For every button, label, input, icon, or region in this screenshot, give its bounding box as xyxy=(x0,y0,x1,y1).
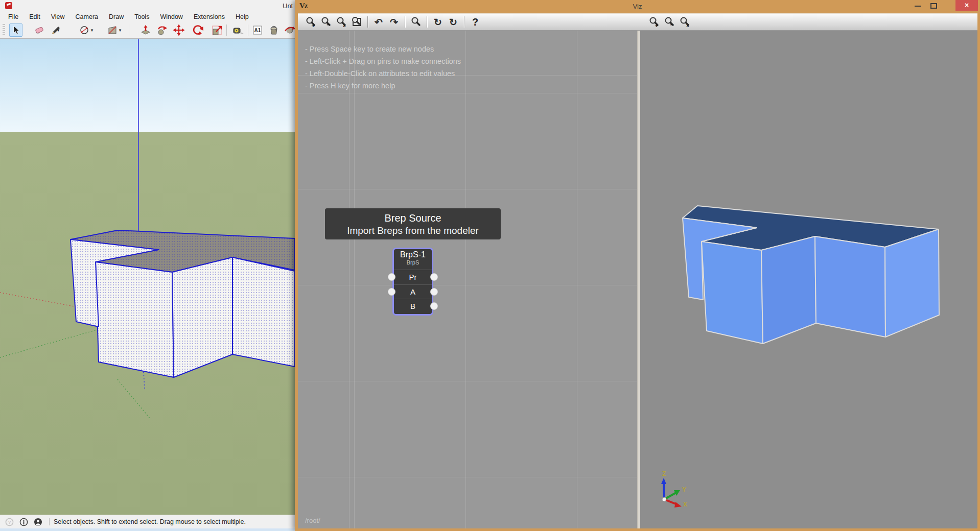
select-cursor-icon xyxy=(11,25,21,35)
arc-tool-dropdown[interactable]: ▾ xyxy=(89,28,95,33)
menu-view[interactable]: View xyxy=(51,13,65,20)
viz-toolbar: + − × xyxy=(298,13,977,31)
follow-me-tool-button[interactable] xyxy=(155,23,169,37)
output-pin-a[interactable] xyxy=(430,288,438,296)
sketchup-logo-icon xyxy=(5,2,12,9)
green-axis-dotted-2 xyxy=(118,379,150,418)
brep-solid[interactable] xyxy=(683,206,939,344)
menu-draw[interactable]: Draw xyxy=(109,13,124,20)
zoom-in-button[interactable]: + xyxy=(303,15,318,29)
toolbar-separator xyxy=(367,16,368,28)
zoom-out-button[interactable]: − xyxy=(318,15,334,29)
help-line: - Press Space key to create new nodes xyxy=(305,43,461,55)
eraser-tool-button[interactable] xyxy=(33,23,46,37)
tape-measure-tool-button[interactable] xyxy=(231,23,245,37)
text-tool-button[interactable]: A1 xyxy=(251,23,264,37)
sync-push-button[interactable]: ↻ xyxy=(446,15,461,29)
output-pin-pr[interactable] xyxy=(430,273,438,281)
editor-help-text: - Press Space key to create new nodes - … xyxy=(305,43,461,92)
viewport-zoom-out-button[interactable]: − xyxy=(662,15,677,29)
toolbar-separator xyxy=(405,16,405,28)
viz-3d-scene xyxy=(640,31,977,528)
rotate-tool-button[interactable] xyxy=(192,23,205,37)
selected-solid[interactable] xyxy=(71,230,295,377)
solid-front-face-middle-left[interactable] xyxy=(96,262,174,377)
zoom-reset-button[interactable]: × xyxy=(334,15,349,29)
viz-window: Vz Viz × + − xyxy=(295,0,980,531)
find-button[interactable] xyxy=(408,15,424,29)
sync-pull-button[interactable]: ↻ xyxy=(430,15,446,29)
menu-window[interactable]: Window xyxy=(160,13,182,20)
zoom-out-icon: − xyxy=(320,16,332,28)
attribute-label: B xyxy=(410,302,415,310)
help-line: - Press H key for more help xyxy=(305,80,461,92)
node-type: BrpS xyxy=(394,259,432,266)
svg-text:+: + xyxy=(655,22,658,28)
red-axis-dotted xyxy=(0,293,77,307)
help-button[interactable]: ? xyxy=(468,15,483,29)
user-circle-icon[interactable] xyxy=(34,518,42,526)
menu-edit[interactable]: Edit xyxy=(29,13,40,20)
attribute-label: A xyxy=(410,287,415,296)
zoom-x-icon: × xyxy=(335,16,347,28)
minimize-button[interactable] xyxy=(915,6,921,7)
viz-window-title: Viz xyxy=(295,3,980,10)
select-tool-button[interactable] xyxy=(9,23,22,37)
viewport-zoom-in-button[interactable]: + xyxy=(646,15,662,29)
output-pin-b[interactable] xyxy=(430,302,438,310)
menu-tools[interactable]: Tools xyxy=(134,13,149,20)
menu-extensions[interactable]: Extensions xyxy=(194,13,225,20)
paint-bucket-icon xyxy=(268,24,280,36)
redo-button[interactable]: ↷ xyxy=(386,15,402,29)
toolbar-separator xyxy=(129,25,129,36)
zoom-in-icon: + xyxy=(305,16,317,28)
zoom-selected-button[interactable] xyxy=(349,15,364,29)
status-hint-text: Select objects. Shift to extend select. … xyxy=(54,518,246,525)
eraser-icon xyxy=(34,25,45,36)
node-editor-canvas[interactable]: - Press Space key to create new nodes - … xyxy=(298,31,637,528)
input-pin-pr[interactable] xyxy=(388,273,395,281)
node-header[interactable]: BrpS-1 BrpS xyxy=(394,249,432,270)
viewport-zoom-reset-button[interactable]: × xyxy=(677,15,692,29)
node-attribute-a[interactable]: A xyxy=(394,285,432,300)
line-tool-dropdown[interactable]: ▾ xyxy=(56,28,61,33)
input-pin-a[interactable] xyxy=(388,288,395,296)
scale-tool-button[interactable] xyxy=(210,23,223,37)
rectangle-tool-dropdown[interactable]: ▾ xyxy=(118,28,123,33)
help-icon: ? xyxy=(472,16,478,28)
attribute-label: Pr xyxy=(409,273,417,281)
desktop: Unt File Edit View Camera Draw Tools Win… xyxy=(0,0,980,531)
viz-3d-viewport[interactable]: Z Y X xyxy=(640,31,977,528)
toolbar-separator xyxy=(427,16,427,28)
info-circle-icon[interactable] xyxy=(19,518,28,526)
rectangle-icon xyxy=(107,25,118,36)
graph-path-label: /root/ xyxy=(305,517,320,524)
menu-file[interactable]: File xyxy=(8,13,18,20)
axis-label-y: Y xyxy=(682,486,686,493)
solid-front-face-right[interactable] xyxy=(232,257,295,367)
viewport-toolbar-group: + − × xyxy=(646,14,692,30)
node-attribute-pr[interactable]: Pr xyxy=(394,270,432,285)
brep-front-face-middle-left xyxy=(702,242,763,344)
help-circle-icon[interactable]: ? xyxy=(5,518,14,526)
menu-camera[interactable]: Camera xyxy=(76,13,98,20)
node-attribute-b[interactable]: B xyxy=(394,299,432,314)
toolbar-grip[interactable] xyxy=(3,24,5,36)
paint-bucket-tool-button[interactable] xyxy=(267,23,281,37)
node-brps-1[interactable]: BrpS-1 BrpS Pr A B xyxy=(392,248,433,316)
move-tool-button[interactable] xyxy=(172,23,185,37)
solid-front-face-middle-right[interactable] xyxy=(172,257,232,377)
close-button[interactable]: × xyxy=(955,0,978,11)
sketchup-window-title: Unt xyxy=(283,2,293,10)
toolbar-separator xyxy=(464,16,464,28)
undo-button[interactable]: ↶ xyxy=(371,15,386,29)
maximize-button[interactable] xyxy=(930,3,937,9)
sketchup-model[interactable] xyxy=(0,39,295,515)
svg-text:×: × xyxy=(686,23,689,28)
viz-titlebar[interactable]: Vz Viz × xyxy=(295,0,980,13)
menu-help[interactable]: Help xyxy=(236,13,249,20)
svg-text:−: − xyxy=(326,21,331,28)
green-axis-dotted xyxy=(0,329,99,357)
push-pull-tool-button[interactable] xyxy=(139,23,152,37)
move-icon xyxy=(173,24,185,36)
